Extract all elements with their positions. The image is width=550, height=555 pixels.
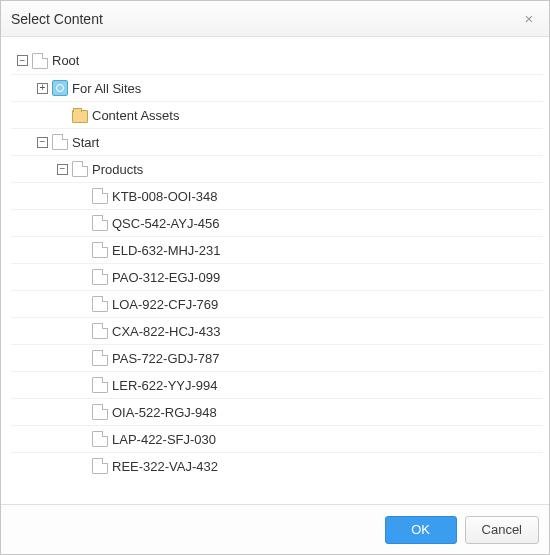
tree-row[interactable]: −Products	[11, 155, 543, 182]
toggle-placeholder	[77, 299, 88, 310]
toggle-placeholder	[77, 245, 88, 256]
toggle-placeholder	[57, 110, 68, 121]
tree-node-label: CXA-822-HCJ-433	[112, 324, 220, 339]
page-icon	[32, 53, 48, 69]
tree-node-label: QSC-542-AYJ-456	[112, 216, 219, 231]
tree-node-label: REE-322-VAJ-432	[112, 459, 218, 474]
tree-node-label: Root	[52, 53, 79, 68]
page-icon	[92, 377, 108, 393]
tree-row[interactable]: QSC-542-AYJ-456	[11, 209, 543, 236]
toggle-placeholder	[77, 380, 88, 391]
tree-row[interactable]: Content Assets	[11, 101, 543, 128]
tree-row[interactable]: −Start	[11, 128, 543, 155]
toggle-placeholder	[77, 326, 88, 337]
toggle-placeholder	[77, 272, 88, 283]
page-icon	[92, 404, 108, 420]
toggle-placeholder	[77, 434, 88, 445]
collapse-toggle[interactable]: −	[37, 137, 48, 148]
tree-row[interactable]: CXA-822-HCJ-433	[11, 317, 543, 344]
ok-button[interactable]: OK	[385, 516, 457, 544]
tree-node-label: LOA-922-CFJ-769	[112, 297, 218, 312]
page-icon	[72, 161, 88, 177]
tree-row[interactable]: KTB-008-OOI-348	[11, 182, 543, 209]
collapse-toggle[interactable]: −	[57, 164, 68, 175]
tree-row[interactable]: LOA-922-CFJ-769	[11, 290, 543, 317]
tree-row[interactable]: ELD-632-MHJ-231	[11, 236, 543, 263]
content-area: −Root+For All SitesContent Assets−Start−…	[1, 37, 549, 504]
collapse-toggle[interactable]: −	[17, 55, 28, 66]
tree-row[interactable]: REE-322-VAJ-432	[11, 452, 543, 479]
tree-node-label: PAO-312-EGJ-099	[112, 270, 220, 285]
page-icon	[92, 242, 108, 258]
tree-node-label: Products	[92, 162, 143, 177]
page-icon	[92, 296, 108, 312]
page-icon	[92, 269, 108, 285]
tree-row[interactable]: PAS-722-GDJ-787	[11, 344, 543, 371]
tree-row[interactable]: LAP-422-SFJ-030	[11, 425, 543, 452]
page-icon	[92, 431, 108, 447]
tree-node-label: PAS-722-GDJ-787	[112, 351, 219, 366]
page-icon	[52, 134, 68, 150]
toggle-placeholder	[77, 353, 88, 364]
toggle-placeholder	[77, 461, 88, 472]
tree-row[interactable]: LER-622-YYJ-994	[11, 371, 543, 398]
page-icon	[92, 188, 108, 204]
dialog-footer: OK Cancel	[1, 504, 549, 554]
tree-node-label: Content Assets	[92, 108, 179, 123]
toggle-placeholder	[77, 407, 88, 418]
tree-row[interactable]: PAO-312-EGJ-099	[11, 263, 543, 290]
tree-node-label: OIA-522-RGJ-948	[112, 405, 217, 420]
page-icon	[92, 458, 108, 474]
select-content-dialog: Select Content × −Root+For All SitesCont…	[0, 0, 550, 555]
page-icon	[92, 323, 108, 339]
page-icon	[92, 350, 108, 366]
toggle-placeholder	[77, 191, 88, 202]
folder-icon	[72, 110, 88, 123]
tree-node-label: LER-622-YYJ-994	[112, 378, 218, 393]
expand-toggle[interactable]: +	[37, 83, 48, 94]
sites-icon	[52, 80, 68, 96]
toggle-placeholder	[77, 218, 88, 229]
page-icon	[92, 215, 108, 231]
tree-node-label: ELD-632-MHJ-231	[112, 243, 220, 258]
tree-node-label: KTB-008-OOI-348	[112, 189, 218, 204]
tree-node-label: For All Sites	[72, 81, 141, 96]
titlebar: Select Content ×	[1, 1, 549, 37]
content-tree[interactable]: −Root+For All SitesContent Assets−Start−…	[11, 47, 543, 504]
close-button[interactable]: ×	[519, 10, 539, 27]
tree-node-label: Start	[72, 135, 99, 150]
tree-row[interactable]: OIA-522-RGJ-948	[11, 398, 543, 425]
dialog-title: Select Content	[11, 11, 103, 27]
tree-row[interactable]: +For All Sites	[11, 74, 543, 101]
tree-node-label: LAP-422-SFJ-030	[112, 432, 216, 447]
cancel-button[interactable]: Cancel	[465, 516, 539, 544]
tree-row[interactable]: −Root	[11, 47, 543, 74]
